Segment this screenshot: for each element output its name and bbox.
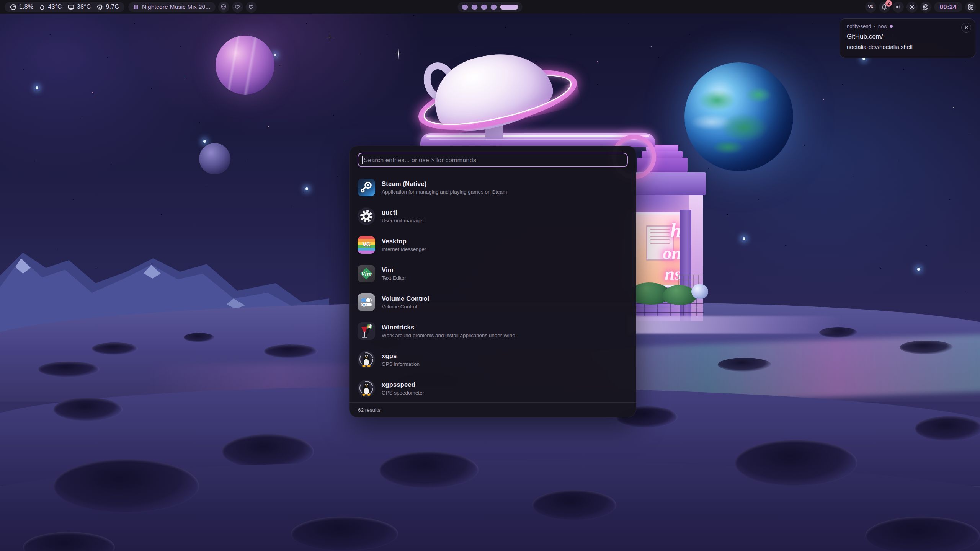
results-count: 62 results bbox=[358, 407, 381, 413]
result-row-vim[interactable]: Vim Vim Text Editor bbox=[358, 259, 628, 288]
grid-plus-icon bbox=[967, 3, 974, 10]
result-texts: Winetricks Work around problems and inst… bbox=[382, 324, 515, 338]
tray-skull-button[interactable] bbox=[218, 2, 229, 13]
text-caret bbox=[362, 156, 363, 164]
result-title: xgps bbox=[382, 352, 420, 360]
brightness-button[interactable] bbox=[906, 2, 918, 13]
notifications-button[interactable]: 2 bbox=[879, 2, 890, 13]
workspace-dot-2[interactable] bbox=[472, 5, 478, 10]
result-title: Winetricks bbox=[382, 324, 515, 331]
workspace-dot-3[interactable] bbox=[481, 5, 487, 10]
bright-star bbox=[917, 268, 920, 271]
result-description: GPS speedometer bbox=[382, 390, 424, 396]
result-row-xgps[interactable]: xgps GPS information bbox=[358, 345, 628, 374]
bright-star bbox=[274, 54, 276, 56]
small-planet bbox=[199, 143, 230, 174]
speaker-icon bbox=[895, 3, 902, 10]
bar-right-cluster: VC 2 00:24 bbox=[862, 0, 976, 14]
result-texts: Volume Control Volume Control bbox=[382, 295, 429, 310]
gauge-icon bbox=[10, 3, 17, 11]
purple-planet bbox=[216, 36, 274, 95]
app-launcher-dialog: Steam (Native) Application for managing … bbox=[349, 146, 636, 417]
top-status-bar: 1.8% 43°C 38°C 9.7G Nightcore Music Mix … bbox=[0, 0, 980, 14]
notification-close-button[interactable] bbox=[961, 23, 971, 33]
workspace-active-pill[interactable] bbox=[500, 5, 518, 10]
vesktop-tray-button[interactable]: VC bbox=[865, 2, 876, 13]
crater bbox=[184, 333, 214, 342]
notification-card[interactable]: notify-send · now GitHub.com/ noctalia-d… bbox=[840, 18, 975, 58]
result-row-xgpsspeed[interactable]: xgpsspeed GPS speedometer bbox=[358, 374, 628, 402]
vim-icon: Vim bbox=[358, 265, 375, 282]
heart-icon bbox=[234, 3, 241, 10]
result-description: Application for managing and playing gam… bbox=[382, 189, 507, 195]
search-input[interactable] bbox=[358, 153, 628, 167]
media-player-pill[interactable]: Nightcore Music Mix 20... bbox=[128, 2, 216, 12]
system-stats-pill[interactable]: 1.8% 43°C 38°C 9.7G bbox=[5, 2, 124, 12]
clock[interactable]: 00:24 bbox=[934, 2, 962, 12]
result-title: Steam (Native) bbox=[382, 180, 507, 187]
vesktop-tray-icon: VC bbox=[868, 5, 873, 9]
crater bbox=[38, 362, 100, 377]
result-description: Text Editor bbox=[382, 275, 406, 281]
notification-time: now bbox=[878, 23, 887, 29]
result-texts: xgpsspeed GPS speedometer bbox=[382, 381, 424, 396]
temperature-value: 43°C bbox=[48, 3, 62, 10]
result-title: Volume Control bbox=[382, 295, 429, 302]
result-row-steam[interactable]: Steam (Native) Application for managing … bbox=[358, 173, 628, 202]
notification-header: notify-send · now bbox=[847, 23, 969, 29]
steam-icon bbox=[358, 179, 375, 196]
result-texts: Vesktop Internet Messenger bbox=[382, 238, 426, 252]
large-crater bbox=[865, 517, 980, 551]
result-description: Volume Control bbox=[382, 304, 429, 310]
tray-heart-button[interactable] bbox=[232, 2, 243, 13]
bush bbox=[662, 285, 697, 305]
workspace-dot-4[interactable] bbox=[491, 5, 497, 10]
notification-separator: · bbox=[874, 23, 875, 29]
gpu-temp-stat: 38°C bbox=[67, 3, 91, 11]
crater bbox=[915, 416, 980, 441]
bright-star bbox=[743, 237, 745, 240]
result-row-vesktop[interactable]: VC Vesktop Internet Messenger bbox=[358, 230, 628, 259]
memory-value: 9.7G bbox=[106, 3, 119, 10]
result-description: User unit manager bbox=[382, 218, 424, 223]
pause-icon bbox=[133, 4, 139, 10]
notification-count-badge: 2 bbox=[885, 0, 892, 7]
flower-bush bbox=[691, 284, 708, 299]
large-crater bbox=[532, 490, 616, 520]
temperature-icon bbox=[39, 3, 46, 10]
result-row-volume-control[interactable]: Volume Control Volume Control bbox=[358, 288, 628, 316]
volume-sliders-icon bbox=[358, 293, 375, 311]
widgets-button[interactable] bbox=[965, 2, 976, 13]
result-texts: uuctl User unit manager bbox=[382, 209, 424, 223]
volume-button[interactable] bbox=[893, 2, 904, 13]
tux-icon bbox=[358, 380, 375, 397]
clock-time: 00:24 bbox=[940, 3, 957, 11]
earth-planet bbox=[684, 62, 793, 171]
result-title: Vim bbox=[382, 266, 406, 274]
night-light-off-icon bbox=[922, 3, 929, 10]
cafe-window: h on ns bbox=[632, 212, 686, 287]
sun-icon bbox=[909, 4, 915, 10]
tray-heart-button[interactable] bbox=[246, 2, 257, 13]
result-row-uuctl[interactable]: uuctl User unit manager bbox=[358, 202, 628, 230]
large-crater bbox=[379, 452, 479, 488]
tux-icon bbox=[358, 351, 375, 368]
result-description: Internet Messenger bbox=[382, 246, 426, 252]
wine-glass-icon bbox=[358, 322, 375, 340]
svg-text:Vim: Vim bbox=[361, 270, 372, 277]
crater bbox=[900, 341, 953, 354]
workspace-dot-1[interactable] bbox=[462, 5, 468, 10]
bright-star bbox=[36, 86, 38, 89]
cpu-stat: 1.8% bbox=[10, 3, 33, 11]
neon-sign-letter: on bbox=[663, 245, 681, 262]
cpu-value: 1.8% bbox=[19, 3, 33, 10]
heart-icon bbox=[248, 3, 255, 10]
result-title: xgpsspeed bbox=[382, 381, 424, 388]
night-light-button[interactable] bbox=[920, 2, 931, 13]
display-icon bbox=[67, 3, 75, 11]
result-description: GPS information bbox=[382, 361, 420, 367]
result-row-winetricks[interactable]: Winetricks Work around problems and inst… bbox=[358, 316, 628, 345]
crater bbox=[718, 358, 771, 372]
unread-dot bbox=[890, 25, 893, 28]
result-texts: Steam (Native) Application for managing … bbox=[382, 180, 507, 195]
